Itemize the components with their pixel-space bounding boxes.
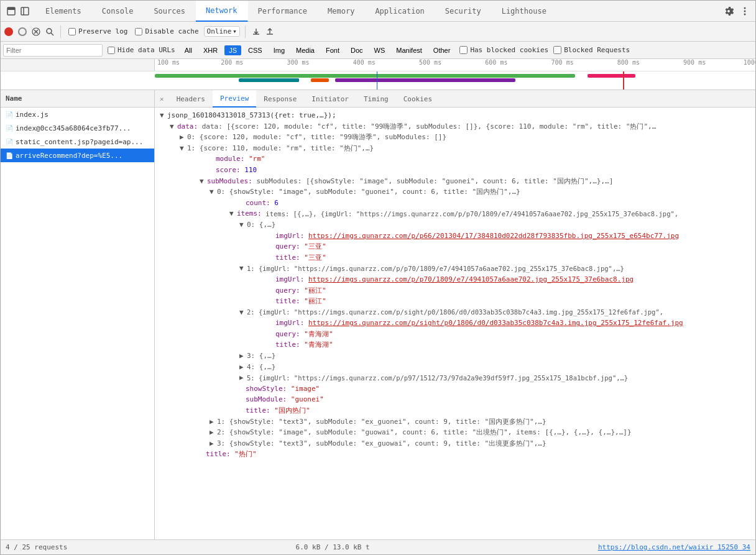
expand-items-0[interactable]: ▼ [239, 219, 246, 231]
expand-items-3[interactable]: ▶ [239, 351, 246, 362]
timeline-bar-pink [588, 74, 635, 78]
timeline-mark-500: 500 ms [419, 59, 441, 66]
filter-input[interactable] [3, 44, 103, 57]
tab-console[interactable]: Console [92, 1, 144, 22]
timeline-mark-800: 800 ms [617, 59, 640, 66]
devtools-window: Elements Console Sources Network Perform… [0, 0, 756, 555]
hide-data-urls-label[interactable]: Hide data URLs [108, 46, 175, 54]
filter-font[interactable]: Font [321, 45, 344, 55]
devtools-settings-area [723, 6, 755, 17]
timeline-mark-1000: 1000 [744, 59, 755, 66]
filter-all[interactable]: All [180, 45, 196, 55]
json-imgurl-1-value[interactable]: https://imgs.qunarzz.com/p/p70/1809/e7/4… [308, 274, 634, 285]
tab-elements[interactable]: Elements [35, 1, 92, 22]
expand-items-4[interactable]: ▶ [239, 362, 246, 373]
tab-cookies[interactable]: Cookies [396, 90, 440, 108]
tab-timing[interactable]: Timing [356, 90, 396, 108]
tab-preview[interactable]: Preview [213, 90, 256, 108]
has-blocked-cookies-checkbox[interactable] [459, 46, 468, 54]
tab-performance[interactable]: Performance [248, 1, 318, 22]
tab-lighthouse[interactable]: Lighthouse [492, 1, 557, 22]
json-title-qinghai: title: "青海湖" [160, 339, 750, 351]
file-item-3[interactable]: 📄 arriveRecommend?dep=%E5... [1, 149, 154, 162]
expand-items-1[interactable]: ▼ [239, 263, 246, 274]
filter-other[interactable]: Other [429, 45, 455, 55]
file-item-2[interactable]: 📄 static_content.jsp?pageid=ap... [1, 135, 154, 149]
json-submod0-text: 0: {showStyle: "image", subModule: "guon… [217, 186, 520, 198]
expand-submod3[interactable]: ▶ [210, 438, 216, 449]
disable-cache-checkbox[interactable] [135, 28, 142, 35]
blocked-requests-checkbox[interactable] [553, 46, 561, 54]
expand-item1[interactable]: ▼ [180, 143, 186, 154]
stop-btn[interactable] [17, 26, 28, 37]
filter-toolbar: Hide data URLs All XHR JS CSS Img Media … [1, 42, 755, 59]
tab-response[interactable]: Response [256, 90, 304, 108]
json-items-2-text: 2: {imgUrl: "https://imgs.qunarzz.com/p/… [247, 307, 663, 318]
file-list-header-text: Name [6, 94, 22, 103]
devtools-tab-bar: Elements Console Sources Network Perform… [1, 1, 755, 22]
preserve-log-text: Preserve log [78, 27, 127, 35]
expand-submodules[interactable]: ▼ [200, 176, 206, 187]
file-item-0[interactable]: 📄 index.js [1, 108, 154, 121]
filter-manifest[interactable]: Manifest [392, 45, 426, 55]
status-requests: 4 / 25 requests [6, 543, 67, 551]
import-btn[interactable] [251, 26, 262, 37]
disable-cache-label[interactable]: Disable cache [135, 27, 198, 35]
filter-doc[interactable]: Doc [346, 45, 367, 55]
hide-data-urls-text: Hide data URLs [118, 46, 175, 54]
clear-btn[interactable] [30, 26, 42, 37]
tab-application[interactable]: Application [365, 1, 435, 22]
dock-icon[interactable] [6, 6, 17, 17]
filter-xhr[interactable]: XHR [199, 45, 222, 55]
hide-data-urls-checkbox[interactable] [108, 47, 115, 54]
json-imgurl-0-value[interactable]: https://imgs.qunarzz.com/p/p66/201304/17… [308, 231, 679, 242]
filter-css[interactable]: CSS [244, 45, 267, 55]
panel-close-btn[interactable]: × [155, 90, 169, 108]
json-imgurl-2: imgUrl: https://imgs.qunarzz.com/p/sight… [160, 318, 750, 329]
search-btn[interactable] [44, 26, 55, 37]
export-btn[interactable] [264, 26, 275, 37]
expand-item0[interactable]: ▶ [180, 132, 186, 143]
tab-memory[interactable]: Memory [318, 1, 365, 22]
tab-network[interactable]: Network [196, 1, 248, 22]
expand-items-2[interactable]: ▼ [239, 307, 246, 318]
separator-2 [245, 25, 246, 38]
expand-items-5[interactable]: ▶ [239, 372, 246, 383]
preserve-log-label[interactable]: Preserve log [68, 27, 127, 35]
settings-icon[interactable] [723, 6, 734, 17]
dock-side-icon[interactable] [19, 6, 30, 17]
has-blocked-cookies-label[interactable]: Has blocked cookies [459, 46, 548, 54]
expand-items[interactable]: ▼ [229, 208, 236, 219]
json-submod1: ▶ 1: {showStyle: "text3", subModule: "ex… [160, 416, 750, 428]
blocked-requests-label[interactable]: Blocked Requests [553, 46, 630, 54]
json-items-4: ▶ 4: {,…} [160, 362, 750, 373]
filter-ws[interactable]: WS [370, 45, 390, 55]
file-item-1[interactable]: 📄 index@0cc345a68064ce3fb77... [1, 121, 154, 135]
expand-submod0[interactable]: ▼ [210, 186, 216, 198]
json-items-3-text: 3: {,…} [247, 351, 275, 362]
json-submodules-summary: subModules: [{showStyle: "image", subMod… [256, 176, 613, 187]
timeline-mark-400: 400 ms [353, 59, 376, 66]
json-title-guonei: title: "国内热门" [160, 405, 750, 416]
expand-root[interactable]: ▼ [160, 110, 166, 121]
json-query-qinghai: query: "青海湖" [160, 329, 750, 340]
tab-headers[interactable]: Headers [169, 90, 213, 108]
filter-js[interactable]: JS [224, 45, 241, 55]
json-query-sanya: query: "三亚" [160, 241, 750, 252]
more-icon[interactable] [739, 6, 750, 17]
throttle-select[interactable]: Online ▾ [204, 26, 240, 37]
filter-img[interactable]: Img [269, 45, 289, 55]
expand-submod1[interactable]: ▶ [210, 416, 216, 428]
tab-sources[interactable]: Sources [144, 1, 196, 22]
json-imgurl-2-value[interactable]: https://imgs.qunarzz.com/p/sight/p0/1806… [308, 318, 683, 329]
tab-security[interactable]: Security [435, 1, 492, 22]
tab-initiator[interactable]: Initiator [304, 90, 356, 108]
record-btn[interactable] [3, 26, 14, 37]
expand-submod2[interactable]: ▶ [210, 427, 216, 438]
filter-media[interactable]: Media [292, 45, 319, 55]
file-name-2: static_content.jsp?pageid=ap... [16, 138, 143, 146]
svg-point-5 [744, 10, 746, 12]
preserve-log-checkbox[interactable] [68, 28, 76, 35]
status-url: https://blog.csdn.net/waixir 15250 34 [598, 543, 750, 551]
expand-data[interactable]: ▼ [170, 121, 176, 132]
